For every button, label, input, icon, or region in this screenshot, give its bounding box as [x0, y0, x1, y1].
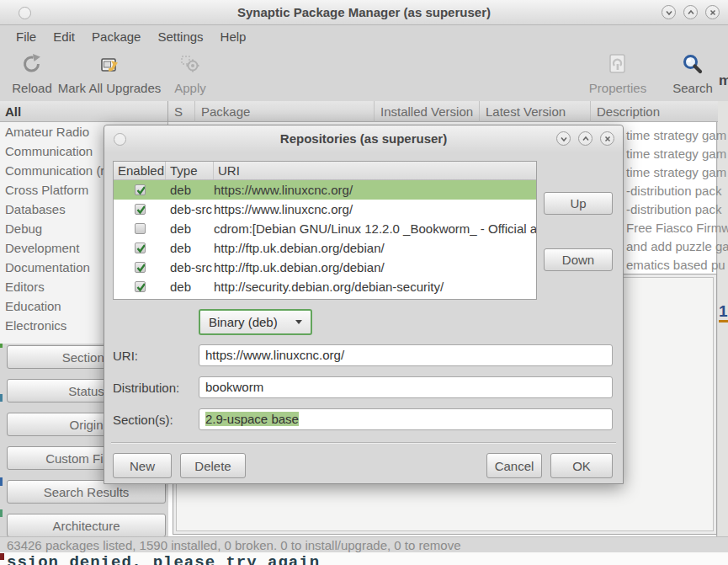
repo-uri: https://www.linuxcnc.org/ — [214, 202, 536, 216]
column-status[interactable]: S — [168, 101, 195, 122]
delete-button[interactable]: Delete — [180, 453, 246, 478]
sections-header[interactable]: All — [0, 101, 168, 122]
cancel-button[interactable]: Cancel — [486, 453, 542, 478]
dialog-maximize-button[interactable] — [578, 131, 592, 146]
mark-all-upgrades-button[interactable]: Mark All Upgrades — [57, 51, 162, 95]
uri-label: URI: — [113, 349, 138, 363]
down-button[interactable]: Down — [544, 248, 613, 271]
repo-uri: cdrom:[Debian GNU/Linux 12.2.0 _Bookworm… — [214, 221, 536, 236]
sections-value: 2.9-uspace base — [205, 412, 299, 426]
ok-button[interactable]: OK — [550, 453, 613, 478]
dialog-separator — [111, 442, 616, 443]
dialog-title: Repositories (as superuser) — [104, 131, 623, 146]
repo-uri: http://ftp.uk.debian.org/debian/ — [214, 241, 536, 255]
properties-button[interactable]: Properties — [579, 51, 656, 95]
column-type[interactable]: Type — [166, 162, 214, 179]
description-fragment: time strategy gam — [626, 147, 726, 165]
dialog-close-button[interactable] — [600, 131, 614, 146]
column-description[interactable]: Description — [591, 101, 718, 122]
search-button[interactable]: Search — [667, 51, 718, 95]
column-installed-version[interactable]: Installed Version — [375, 101, 480, 122]
new-button[interactable]: New — [113, 453, 172, 478]
main-titlebar[interactable]: Synaptic Package Manager (as superuser) — [0, 0, 728, 25]
repo-type: deb-src — [166, 202, 214, 216]
close-icon — [709, 8, 717, 17]
terminal-sliver: ssion denied, please try again — [0, 552, 728, 565]
enabled-checkbox[interactable] — [135, 223, 146, 234]
repo-uri: https://www.linuxcnc.org/ — [214, 183, 536, 197]
chevron-down-icon — [665, 8, 673, 17]
menu-file[interactable]: File — [8, 29, 45, 44]
type-dropdown[interactable]: Binary (deb) — [199, 309, 312, 335]
statusbar: 63426 packages listed, 1590 installed, 0… — [0, 536, 728, 552]
repo-uri: http://security.debian.org/debian-securi… — [214, 280, 536, 294]
menu-package[interactable]: Package — [83, 29, 149, 44]
properties-icon — [608, 51, 628, 75]
enabled-checkbox[interactable] — [135, 281, 146, 292]
dropdown-caret-icon — [295, 320, 302, 324]
enabled-checkbox[interactable] — [135, 204, 146, 215]
sections-field[interactable]: 2.9-uspace base — [199, 408, 613, 430]
repo-type: deb — [166, 221, 214, 236]
status-text: 63426 packages listed, 1590 installed, 0… — [7, 538, 461, 552]
apply-icon — [179, 51, 201, 75]
column-uri[interactable]: URI — [214, 162, 536, 179]
repo-type: deb — [166, 183, 214, 197]
enabled-checkbox[interactable] — [135, 243, 146, 253]
window-title: Synaptic Package Manager (as superuser) — [0, 5, 728, 19]
description-fragment: time strategy gam — [626, 165, 726, 184]
column-enabled[interactable]: Enabled — [114, 162, 166, 179]
repository-row[interactable] — [114, 296, 536, 300]
menu-settings[interactable]: Settings — [149, 29, 211, 44]
description-fragment: Free Fiasco Firmw — [626, 221, 728, 239]
mark-all-upgrades-icon — [98, 51, 120, 75]
desktop-sliver-mark — [0, 509, 3, 517]
chevron-up-icon — [582, 135, 590, 143]
menu-help[interactable]: Help — [212, 29, 255, 44]
close-button[interactable] — [705, 5, 720, 19]
distribution-value: bookworm — [205, 380, 263, 394]
description-fragment: -distribution pack — [626, 184, 721, 202]
dialog-titlebar[interactable]: Repositories (as superuser) — [104, 125, 623, 152]
close-icon — [603, 135, 612, 143]
up-button[interactable]: Up — [544, 192, 613, 215]
repository-row[interactable]: deb-srchttp://ftp.uk.debian.org/debian/ — [114, 258, 536, 277]
apply-button[interactable]: Apply — [167, 51, 214, 95]
column-latest-version[interactable]: Latest Version — [480, 101, 591, 122]
reload-button[interactable]: Reload — [7, 51, 57, 95]
chevron-down-icon — [560, 135, 568, 143]
background-text-fragment: 1 — [719, 303, 728, 322]
dialog-shade-button[interactable] — [556, 131, 571, 146]
description-fragment: and add puzzle ga — [626, 239, 728, 258]
repository-table-header: Enabled Type URI — [114, 162, 536, 180]
column-package[interactable]: Package — [195, 101, 375, 122]
sections-label: Section(s): — [113, 413, 173, 427]
shade-button[interactable] — [662, 5, 676, 19]
search-icon — [682, 51, 704, 75]
enabled-checkbox[interactable] — [135, 262, 146, 273]
maximize-button[interactable] — [683, 5, 698, 19]
repository-row[interactable]: debhttp://security.debian.org/debian-sec… — [114, 277, 536, 296]
repository-row[interactable]: deb-srchttps://www.linuxcnc.org/ — [114, 200, 536, 219]
architecture-button[interactable]: Architecture — [7, 514, 166, 537]
type-dropdown-value: Binary (deb) — [209, 315, 278, 329]
menubar: File Edit Package Settings Help — [0, 25, 728, 48]
distribution-field[interactable]: bookworm — [199, 376, 613, 398]
background-text-fragment: m — [719, 72, 728, 89]
repository-table[interactable]: Enabled Type URI debhttps://www.linuxcnc… — [113, 161, 537, 300]
chevron-up-icon — [687, 8, 695, 17]
repo-type: deb-src — [166, 260, 214, 275]
desktop-sliver-mark — [0, 477, 3, 486]
description-fragment: time strategy gam — [626, 128, 726, 147]
repository-row[interactable]: debhttp://ftp.uk.debian.org/debian/ — [114, 238, 536, 258]
repositories-dialog: Repositories (as superuser) Enabled Type… — [104, 125, 624, 484]
repository-row[interactable]: debcdrom:[Debian GNU/Linux 12.2.0 _Bookw… — [114, 219, 536, 238]
repository-row[interactable]: debhttps://www.linuxcnc.org/ — [114, 180, 536, 200]
screen: Synaptic Package Manager (as superuser) … — [0, 0, 728, 565]
enabled-checkbox[interactable] — [135, 184, 146, 195]
terminal-text: ssion denied, please try again — [7, 553, 320, 565]
uri-field[interactable]: https://www.linuxcnc.org/ — [199, 344, 613, 366]
repo-type: deb — [166, 280, 214, 294]
repo-uri: http://ftp.uk.debian.org/debian/ — [214, 260, 536, 275]
menu-edit[interactable]: Edit — [45, 29, 83, 44]
